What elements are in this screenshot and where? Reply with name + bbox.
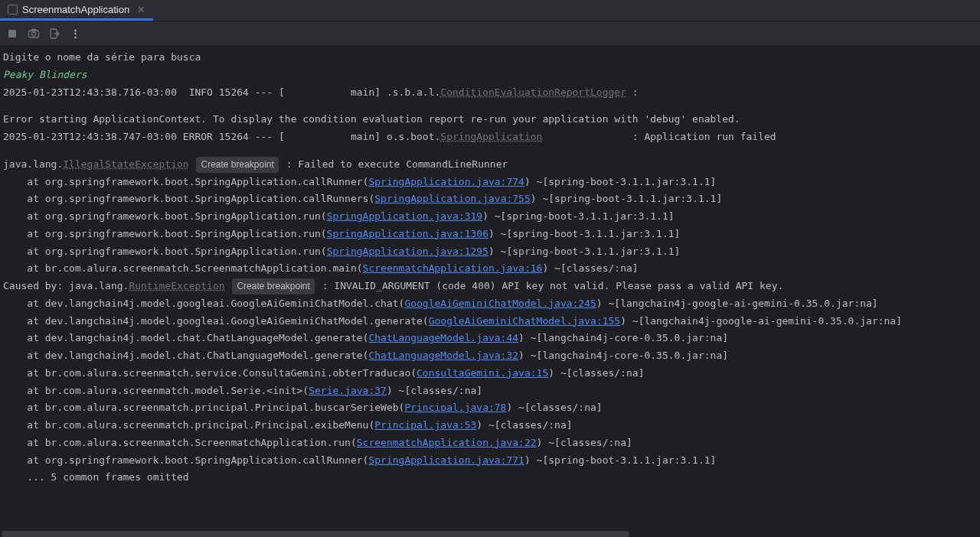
stack-link[interactable]: ScreenmatchApplication.java:22 [357, 437, 537, 448]
console-output: Digite o nome da série para buscaPeaky B… [0, 46, 980, 490]
logger-class: SpringApplication [440, 131, 542, 142]
stack-link[interactable]: Principal.java:53 [374, 419, 476, 431]
svg-rect-1 [29, 31, 39, 37]
app-icon [8, 5, 18, 15]
more-icon[interactable]: ⋮ [70, 28, 81, 39]
stack-link[interactable]: SpringApplication.java:771 [368, 454, 524, 466]
stack-link[interactable]: SpringApplication.java:1295 [327, 246, 488, 257]
stack-link[interactable]: ChatLanguageModel.java:44 [368, 332, 518, 343]
tab-title: ScreenmatchApplication [22, 4, 129, 15]
stop-icon[interactable] [6, 28, 18, 40]
stack-link[interactable]: Serie.java:37 [309, 385, 387, 396]
stack-link[interactable]: GoogleAiGeminiChatModel.java:245 [404, 298, 596, 309]
user-input: Peaky Blinders [3, 69, 87, 80]
exception-class: RuntimeException [129, 280, 224, 291]
toolbar: ⋮ [0, 21, 980, 46]
create-breakpoint-button[interactable]: Create breakpoint [196, 157, 278, 173]
camera-icon[interactable] [28, 28, 40, 40]
logger-class: ConditionEvaluationReportLogger [440, 86, 626, 98]
svg-point-2 [32, 32, 36, 36]
stack-link[interactable]: ScreenmatchApplication.java:16 [363, 262, 543, 274]
tab-screenmatch-application[interactable]: ScreenmatchApplication ✕ [0, 0, 153, 21]
stack-link[interactable]: ConsultaGemini.java:15 [416, 367, 548, 379]
exception-class: IllegalStateException [63, 158, 188, 170]
stack-link[interactable]: GoogleAiGeminiChatModel.java:155 [429, 315, 620, 327]
svg-rect-0 [8, 30, 16, 37]
create-breakpoint-button[interactable]: Create breakpoint [232, 278, 314, 295]
stack-link[interactable]: SpringApplication.java:774 [368, 176, 524, 187]
stack-link[interactable]: SpringApplication.java:319 [327, 210, 483, 222]
stack-link[interactable]: ChatLanguageModel.java:32 [368, 350, 518, 361]
stack-link[interactable]: SpringApplication.java:755 [374, 193, 531, 204]
exit-icon[interactable] [49, 28, 61, 40]
tab-bar: ScreenmatchApplication ✕ [0, 0, 980, 21]
stack-link[interactable]: SpringApplication.java:1306 [327, 228, 488, 239]
close-icon[interactable]: ✕ [137, 4, 145, 15]
stack-link[interactable]: Principal.java:78 [404, 402, 506, 413]
